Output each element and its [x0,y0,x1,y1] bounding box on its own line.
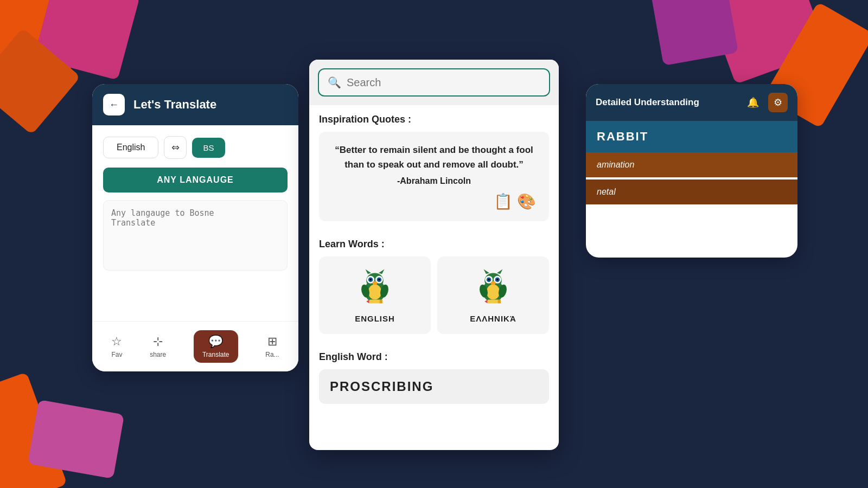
any-lang-bar[interactable]: ANY LANGAUGE [103,168,288,192]
settings-button[interactable]: ⚙ [768,93,788,112]
source-lang-button[interactable]: English [103,137,158,158]
word-section: English Word : PROSCRIBING [309,343,559,413]
translate-icon: 💬 [208,335,223,349]
learn-section: Learn Words : [309,230,559,343]
svg-point-2 [368,285,382,300]
quote-author: -Abraham Lincoln [332,176,536,186]
detail-bar-2: netal [586,179,797,204]
tab-fav[interactable]: ☆ Fav [111,335,122,358]
settings-icon: ⚙ [774,97,782,108]
svg-marker-30 [484,300,487,304]
svg-point-25 [496,279,499,281]
quote-box: “Better to remain silent and be thought … [319,132,549,221]
copy-icon[interactable]: 📋 [494,192,513,210]
swap-lang-button[interactable]: ⇔ [164,136,187,159]
tab-rate[interactable]: ⊞ Ra... [265,335,279,358]
fav-icon: ☆ [111,335,122,349]
search-icon: 🔍 [328,76,341,89]
svg-marker-10 [366,269,372,274]
owl-english-icon [356,267,394,305]
learn-label-greek: ΕΛΛΗΝΙΚΆ [446,314,540,323]
search-card: 🔍 Inspiration Quotes : “Better to remain… [309,60,559,450]
svg-marker-27 [484,269,490,274]
owl-greek-icon [474,267,512,305]
learn-grid: ENGLISH [319,256,549,334]
word-box: PROSCRIBING [319,369,549,404]
detail-card: Detailed Understanding 🔔 ⚙ RABBIT aminat… [586,84,797,258]
svg-point-24 [488,279,490,281]
rabbit-bar: RABBIT [586,121,797,152]
lang-selector-row: English ⇔ BS [103,136,288,159]
translate-card-title: Let's Translate [133,98,216,112]
target-lang-button[interactable]: BS [192,138,225,158]
tab-fav-label: Fav [111,351,122,358]
svg-point-9 [373,281,378,285]
svg-rect-14 [380,300,382,304]
tab-share-label: share [150,351,166,358]
translate-body: English ⇔ BS ANY LANGAUGE [92,125,298,284]
inspiration-title: Inspiration Quotes : [319,114,549,125]
share-quote-icon[interactable]: 🎨 [517,192,536,210]
quote-text: “Better to remain silent and be thought … [332,143,536,172]
translate-card: ← Let's Translate English ⇔ BS ANY LANGA… [92,84,298,371]
bell-button[interactable]: 🔔 [743,93,763,112]
inspiration-section: Inspiration Quotes : “Better to remain s… [309,105,559,230]
share-icon: ⊹ [153,335,163,349]
tab-rate-label: Ra... [265,351,279,358]
detail-bar-1: amination [586,152,797,177]
word-text: PROSCRIBING [330,379,433,394]
translate-input[interactable] [103,200,288,271]
detail-card-title: Detailed Understanding [596,97,699,108]
learn-label-english: ENGLISH [328,314,422,323]
learn-title: Learn Words : [319,239,549,250]
svg-rect-31 [498,300,501,304]
learn-item-greek[interactable]: ΕΛΛΗΝΙΚΆ [437,256,549,334]
search-input[interactable] [347,76,540,89]
tab-translate[interactable]: 💬 Translate [194,330,238,363]
rate-icon: ⊞ [267,335,277,349]
search-input-wrap[interactable]: 🔍 [318,68,550,97]
back-button[interactable]: ← [103,94,125,115]
svg-point-7 [369,279,372,281]
tab-share[interactable]: ⊹ share [150,335,166,358]
svg-point-19 [487,285,500,300]
tab-translate-label: Translate [202,351,229,358]
translate-header: ← Let's Translate [92,84,298,125]
learn-item-english[interactable]: ENGLISH [319,256,431,334]
svg-rect-12 [369,300,381,304]
svg-marker-13 [366,300,369,304]
svg-point-8 [378,279,380,281]
detail-header: Detailed Understanding 🔔 ⚙ [586,84,797,121]
svg-point-26 [491,281,496,285]
bottom-tabs: ☆ Fav ⊹ share 💬 Translate ⊞ Ra... [92,321,298,371]
svg-marker-28 [497,269,503,274]
svg-rect-29 [488,300,499,304]
search-header: 🔍 [309,60,559,105]
quote-icons: 📋 🎨 [332,192,536,210]
svg-marker-11 [379,269,385,274]
bell-icon: 🔔 [747,97,759,108]
detail-icons: 🔔 ⚙ [743,93,788,112]
word-section-title: English Word : [319,351,549,363]
